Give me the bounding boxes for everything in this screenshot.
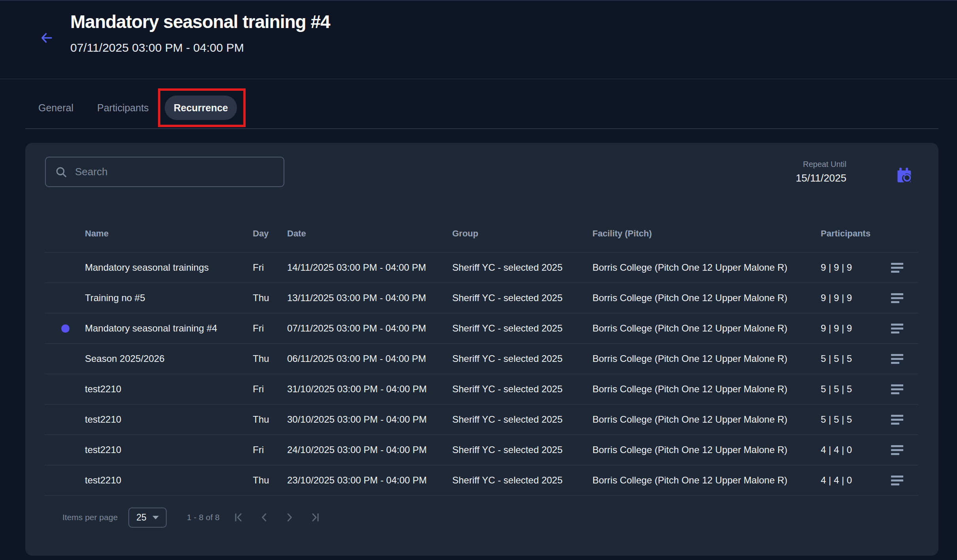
row-date: 06/11/2025 03:00 PM - 04:00 PM [287, 353, 452, 364]
next-page-icon [284, 511, 295, 523]
search-icon [55, 165, 68, 179]
search-input[interactable] [75, 166, 278, 178]
page-range-label: 1 - 8 of 8 [187, 513, 220, 522]
row-group: Sheriff YC - selected 2025 [452, 384, 592, 395]
arrow-left-icon [39, 31, 54, 45]
row-facility: Borris College (Pitch One 12 Upper Malon… [592, 414, 821, 425]
previous-page-icon [258, 511, 270, 523]
row-name: test2210 [85, 444, 253, 455]
column-header-day: Day [253, 228, 287, 239]
row-date: 13/11/2025 03:00 PM - 04:00 PM [287, 292, 452, 303]
next-page-button[interactable] [284, 511, 295, 523]
row-participants: 5 | 5 | 5 [821, 414, 881, 425]
content-card: Repeat Until 15/11/2025 Name Day Date Gr… [25, 143, 938, 556]
row-group: Sheriff YC - selected 2025 [452, 414, 592, 425]
row-actions-button notes-icon[interactable] [889, 473, 906, 488]
row-name: test2210 [85, 414, 253, 425]
row-participants: 5 | 5 | 5 [821, 353, 881, 364]
row-group: Sheriff YC - selected 2025 [452, 353, 592, 364]
page-datetime: 07/11/2025 03:00 PM - 04:00 PM [70, 41, 244, 54]
repeat-until-calendar-button[interactable] [894, 166, 913, 185]
row-date: 31/10/2025 03:00 PM - 04:00 PM [287, 384, 452, 395]
row-participants: 4 | 4 | 0 [821, 444, 881, 455]
row-facility: Borris College (Pitch One 12 Upper Malon… [592, 292, 821, 303]
row-day: Thu [253, 475, 287, 486]
tab-participants[interactable]: Participants [97, 96, 149, 120]
row-actions-button notes-icon[interactable] [889, 443, 906, 457]
row-actions-button notes-icon[interactable] [889, 291, 906, 305]
row-day: Fri [253, 444, 287, 455]
row-group: Sheriff YC - selected 2025 [452, 292, 592, 303]
row-actions-button notes-icon[interactable] [889, 352, 906, 366]
page-size-value: 25 [136, 512, 147, 523]
row-date: 14/11/2025 03:00 PM - 04:00 PM [287, 262, 452, 273]
first-page-button[interactable] [233, 511, 245, 523]
row-group: Sheriff YC - selected 2025 [452, 475, 592, 486]
row-name: test2210 [85, 384, 253, 395]
row-name: Mandatory seasonal trainings [85, 262, 253, 273]
table-row[interactable]: Mandatory seasonal trainings Fri 14/11/2… [45, 253, 918, 283]
column-header-name: Name [85, 228, 253, 239]
row-date: 24/10/2025 03:00 PM - 04:00 PM [287, 444, 452, 455]
column-header-group: Group [452, 228, 592, 239]
page-size-select[interactable]: 25 [128, 508, 167, 528]
row-group: Sheriff YC - selected 2025 [452, 323, 592, 334]
row-actions-button notes-icon[interactable] [889, 382, 906, 397]
table-row[interactable]: test2210 Fri 24/10/2025 03:00 PM - 04:00… [45, 435, 918, 465]
back-button[interactable] [38, 29, 55, 47]
repeat-until-label: Repeat Until [796, 160, 846, 169]
pagination-bar: Items per page 25 1 - 8 of 8 [62, 507, 321, 528]
items-per-page-label: Items per page [62, 513, 118, 522]
page-title: Mandatory seasonal training #4 [70, 11, 330, 32]
row-actions-button notes-icon[interactable] [889, 321, 906, 336]
row-day: Fri [253, 384, 287, 395]
row-day: Fri [253, 323, 287, 334]
row-name: Training no #5 [85, 292, 253, 303]
row-date: 30/10/2025 03:00 PM - 04:00 PM [287, 414, 452, 425]
row-facility: Borris College (Pitch One 12 Upper Malon… [592, 353, 821, 364]
current-row-dot [61, 324, 70, 333]
tab-general[interactable]: General [38, 96, 73, 120]
row-day: Thu [253, 353, 287, 364]
search-box [45, 157, 284, 187]
app-screen: Mandatory seasonal training #4 07/11/202… [0, 0, 957, 560]
table-row[interactable]: Season 2025/2026 Thu 06/11/2025 03:00 PM… [45, 344, 918, 374]
row-group: Sheriff YC - selected 2025 [452, 444, 592, 455]
last-page-button[interactable] [309, 511, 321, 523]
repeat-until-block: Repeat Until 15/11/2025 [796, 160, 846, 184]
row-actions-button notes-icon[interactable] [889, 412, 906, 427]
row-day: Thu [253, 292, 287, 303]
column-header-date: Date [287, 228, 452, 239]
row-name: Mandatory seasonal training #4 [85, 323, 253, 334]
repeat-until-value: 15/11/2025 [796, 172, 846, 184]
row-group: Sheriff YC - selected 2025 [452, 262, 592, 273]
table-row[interactable]: test2210 Thu 23/10/2025 03:00 PM - 04:00… [45, 465, 918, 496]
row-day: Thu [253, 414, 287, 425]
table-row[interactable]: test2210 Fri 31/10/2025 03:00 PM - 04:00… [45, 374, 918, 405]
row-participants: 9 | 9 | 9 [821, 323, 881, 334]
row-date: 23/10/2025 03:00 PM - 04:00 PM [287, 475, 452, 486]
row-facility: Borris College (Pitch One 12 Upper Malon… [592, 262, 821, 273]
row-date: 07/11/2025 03:00 PM - 04:00 PM [287, 323, 452, 334]
row-actions-button notes-icon[interactable] [889, 260, 906, 275]
row-participants: 4 | 4 | 0 [821, 475, 881, 486]
column-header-facility: Facility (Pitch) [592, 228, 821, 239]
table-row[interactable]: Training no #5 Thu 13/11/2025 03:00 PM -… [45, 283, 918, 313]
recurrence-table: Name Day Date Group Facility (Pitch) Par… [45, 215, 918, 496]
table-row[interactable]: Mandatory seasonal training #4 Fri 07/11… [45, 313, 918, 344]
first-page-icon [233, 511, 245, 523]
row-facility: Borris College (Pitch One 12 Upper Malon… [592, 323, 821, 334]
column-header-participants: Participants [821, 228, 881, 239]
table-row[interactable]: test2210 Thu 30/10/2025 03:00 PM - 04:00… [45, 405, 918, 435]
last-page-icon [309, 511, 321, 523]
row-participants: 5 | 5 | 5 [821, 384, 881, 395]
row-participants: 9 | 9 | 9 [821, 292, 881, 303]
row-day: Fri [253, 262, 287, 273]
row-facility: Borris College (Pitch One 12 Upper Malon… [592, 384, 821, 395]
row-facility: Borris College (Pitch One 12 Upper Malon… [592, 475, 821, 486]
tabs-divider [25, 128, 938, 129]
caret-down-icon [152, 516, 159, 519]
row-name: test2210 [85, 475, 253, 486]
previous-page-button[interactable] [258, 511, 270, 523]
tab-recurrence[interactable]: Recurrence [165, 96, 237, 120]
